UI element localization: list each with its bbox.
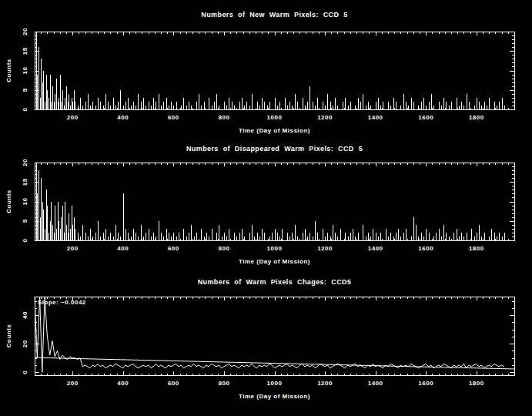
y-tick-label: 10 <box>22 67 28 75</box>
y-tick-label: 20 <box>22 28 28 35</box>
x-tick-label: 1400 <box>368 245 383 252</box>
x-axis-title: Time (Day of Mission) <box>239 258 310 265</box>
axes-frame <box>35 297 515 376</box>
y-tick-label: 5 <box>22 219 28 223</box>
x-tick-label: 1600 <box>418 245 433 252</box>
counts-line <box>35 297 504 372</box>
y-tick-label: 0 <box>22 371 28 374</box>
x-axis-title: Time (Day of Mission) <box>239 393 310 400</box>
x-tick-label: 600 <box>168 380 179 387</box>
panel-1: 2004006008001000120014001600180005101520… <box>5 159 515 265</box>
slope-annotation: Slope: −0.0042 <box>38 299 86 306</box>
panel-0: 2004006008001000120014001600180005101520… <box>5 28 515 134</box>
x-tick-label: 1800 <box>469 245 484 252</box>
x-tick-label: 200 <box>67 114 79 121</box>
x-tick-label: 600 <box>168 245 179 252</box>
x-tick-label: 1400 <box>368 380 383 387</box>
y-axis-title: Counts <box>5 190 12 213</box>
axes-frame <box>35 32 515 110</box>
data-layer <box>35 297 514 372</box>
x-tick-label: 800 <box>218 380 229 387</box>
x-tick-label: 400 <box>117 380 129 387</box>
y-tick-label: 10 <box>22 198 28 206</box>
x-tick-label: 200 <box>67 245 79 252</box>
y-axis-title: Counts <box>5 324 12 348</box>
axis-labels: 2004006008001000120014001600180005101520… <box>5 28 484 134</box>
plot-frame <box>35 297 515 376</box>
axes-frame <box>35 163 515 241</box>
x-tick-label: 1600 <box>418 114 433 121</box>
x-tick-label: 400 <box>117 114 129 121</box>
x-tick-label: 400 <box>117 245 129 252</box>
y-tick-label: 20 <box>22 340 28 347</box>
axis-labels: 2004006008001000120014001600180005101520… <box>5 159 484 265</box>
panel-2: 2004006008001000120014001600180002040Tim… <box>5 297 515 400</box>
axis-labels: 2004006008001000120014001600180002040Tim… <box>5 299 484 400</box>
warm-pixels-report-window: Numbers of New Warm Pixels: CCD 5 Number… <box>0 0 532 416</box>
x-tick-label: 800 <box>218 245 229 252</box>
y-tick-label: 0 <box>22 238 28 242</box>
x-tick-label: 1400 <box>368 114 383 121</box>
x-tick-label: 1000 <box>267 380 283 387</box>
x-tick-label: 600 <box>168 114 179 121</box>
y-tick-label: 15 <box>22 47 28 55</box>
data-layer <box>35 163 505 240</box>
x-tick-label: 1200 <box>317 380 333 387</box>
x-tick-label: 1000 <box>267 114 283 121</box>
x-axis-title: Time (Day of Mission) <box>239 127 310 134</box>
x-tick-label: 1200 <box>317 245 333 252</box>
y-tick-label: 15 <box>22 178 28 186</box>
x-tick-label: 1200 <box>317 114 333 121</box>
y-tick-label: 0 <box>22 107 28 111</box>
x-tick-label: 1800 <box>469 114 484 121</box>
x-tick-label: 200 <box>67 380 79 387</box>
y-axis-title: Counts <box>5 59 12 82</box>
plots-canvas: 2004006008001000120014001600180005101520… <box>0 0 532 416</box>
x-tick-label: 1000 <box>267 245 283 252</box>
x-tick-label: 1800 <box>469 380 484 387</box>
x-tick-label: 1600 <box>418 380 433 387</box>
y-tick-label: 40 <box>22 311 28 319</box>
y-tick-label: 5 <box>22 88 28 92</box>
data-layer <box>35 32 505 109</box>
x-tick-label: 800 <box>218 114 229 121</box>
y-tick-label: 20 <box>22 159 28 166</box>
